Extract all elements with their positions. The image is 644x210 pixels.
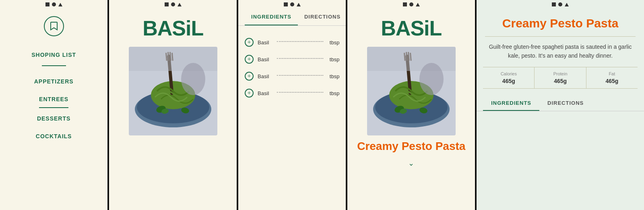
svg-rect-12: [129, 47, 217, 71]
food-svg: [129, 47, 217, 135]
fat-value: 465g: [605, 78, 618, 84]
ingredient-name-4: Basil: [258, 90, 270, 96]
status-icon-triangle-3: [297, 3, 301, 6]
recipe-description: Guilt-free gluten-free spagheti pasta is…: [477, 42, 644, 67]
menu-content: SHOPING LIST APPETIZERS ENTREES DESSERTS…: [0, 8, 107, 153]
dots-3: [277, 75, 323, 76]
fat-label: Fat: [609, 71, 615, 76]
status-icon-triangle: [58, 3, 62, 6]
bookmark-svg: [50, 21, 58, 31]
status-icon-circle-5: [558, 2, 562, 6]
svg-point-13: [181, 63, 205, 95]
ingredient-row-1: + Basil tbsp: [238, 34, 346, 51]
card-tab-directions[interactable]: DIRECTIONS: [539, 95, 592, 111]
dots-4: [277, 92, 323, 93]
status-bar-4: [347, 0, 475, 8]
add-ingredient-1[interactable]: +: [245, 38, 254, 47]
nav-cocktails[interactable]: COCKTAILS: [36, 127, 72, 145]
ingredient-name-3: Basil: [258, 73, 270, 79]
status-icon-circle: [52, 2, 56, 6]
ingredient-row-2: + Basil tbsp: [238, 51, 346, 68]
ingredient-name-2: Basil: [258, 56, 270, 62]
food-svg-4: [367, 47, 456, 135]
screen-menu: SHOPING LIST APPETIZERS ENTREES DESSERTS…: [0, 0, 107, 210]
ingredient-unit-3: tbsp: [330, 73, 340, 79]
svg-rect-26: [367, 47, 456, 71]
status-icon-square-4: [403, 2, 407, 6]
status-icon-circle-2: [171, 2, 175, 6]
status-icon-triangle-2: [178, 3, 182, 6]
status-icon-triangle-4: [416, 3, 420, 6]
status-icon-circle-3: [290, 2, 294, 6]
nav-desserts[interactable]: DESSERTS: [37, 110, 70, 127]
protein-value: 465g: [554, 78, 567, 84]
status-bar-5: [477, 0, 644, 8]
basil-logo-title-4: BASiL: [347, 8, 475, 47]
status-icon-square: [45, 2, 50, 6]
status-icon-square-3: [284, 2, 288, 6]
status-icon-square-5: [552, 2, 556, 6]
ingredient-unit-1: tbsp: [330, 40, 340, 46]
basil-logo-title: BASiL: [109, 8, 237, 47]
status-icon-square-2: [165, 2, 169, 6]
nav-shopping-list[interactable]: SHOPING LIST: [31, 46, 76, 64]
ingredient-row-4: + Basil tbsp: [238, 85, 346, 102]
ingredient-row-3: + Basil tbsp: [238, 68, 346, 85]
card-tabs-header: INGREDIENTS DIRECTIONS: [477, 95, 644, 111]
calories-value: 465g: [502, 78, 515, 84]
tab-directions[interactable]: DIRECTIONS: [298, 8, 346, 25]
nutrition-calories: Calories 465g: [483, 67, 535, 88]
food-image-4: [367, 47, 456, 135]
screen-ingredients: INGREDIENTS DIRECTIONS + Basil tbsp + Ba…: [238, 0, 346, 210]
add-ingredient-2[interactable]: +: [245, 55, 254, 64]
screen-basil-main: BASiL: [109, 0, 237, 210]
add-ingredient-3[interactable]: +: [245, 72, 254, 81]
dots-2: [277, 58, 323, 59]
tab-ingredients[interactable]: INGREDIENTS: [245, 8, 298, 25]
status-icon-circle-4: [409, 2, 413, 6]
recipe-title-screen4: Creamy Pesto Pasta: [347, 135, 475, 156]
screen-recipe-detail: BASiL Creamy Pesto Pasta ⌄: [347, 0, 475, 210]
dots-1: [277, 41, 323, 42]
status-icon-triangle-5: [565, 3, 569, 6]
nav-appetizers[interactable]: APPETIZERS: [34, 73, 74, 90]
status-bar-1: [0, 0, 107, 8]
bookmark-icon: [44, 16, 64, 36]
menu-nav: SHOPING LIST APPETIZERS ENTREES DESSERTS…: [0, 46, 107, 145]
chevron-down-icon[interactable]: ⌄: [347, 156, 475, 171]
ingredients-list: + Basil tbsp + Basil tbsp + Basil tbsp +…: [238, 34, 346, 102]
protein-label: Protein: [553, 71, 568, 76]
add-ingredient-4[interactable]: +: [245, 89, 254, 98]
tabs-header: INGREDIENTS DIRECTIONS: [238, 8, 346, 26]
status-bar-2: [109, 0, 237, 8]
ingredient-unit-2: tbsp: [330, 56, 340, 62]
nav-entrees[interactable]: ENTREES: [39, 90, 68, 108]
ingredient-unit-4: tbsp: [330, 90, 340, 96]
menu-divider: [42, 65, 66, 66]
calories-label: Calories: [501, 71, 517, 76]
nutrition-fat: Fat 465g: [586, 67, 638, 88]
card-divider: [485, 36, 636, 37]
status-bar-3: [238, 0, 346, 8]
screen-recipe-card: Creamy Pesto Pasta Guilt-free gluten-fre…: [477, 0, 644, 210]
nutrition-row: Calories 465g Protein 465g Fat 465g: [483, 67, 638, 89]
svg-point-27: [419, 63, 444, 95]
recipe-card-title: Creamy Pesto Pasta: [477, 8, 644, 36]
nutrition-protein: Protein 465g: [535, 67, 586, 88]
food-image: [129, 47, 217, 135]
ingredient-name-1: Basil: [258, 40, 270, 46]
card-tab-ingredients[interactable]: INGREDIENTS: [483, 95, 539, 111]
